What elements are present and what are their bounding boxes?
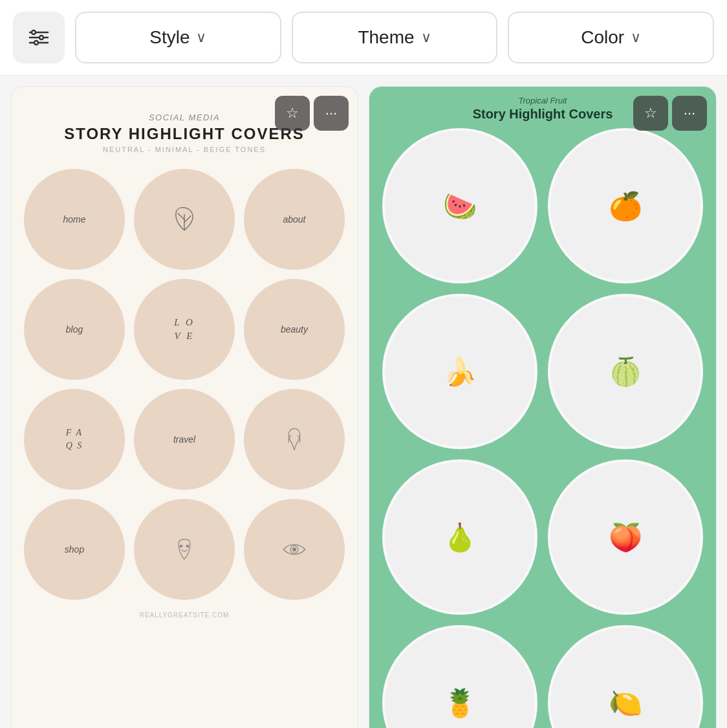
card-1-star-button[interactable]: ☆ <box>275 96 310 131</box>
circle-faqs: F AQ S <box>24 389 125 490</box>
card-2-actions: ☆ ··· <box>633 96 707 131</box>
circle-body <box>244 389 345 490</box>
card-1-description: NEUTRAL - MINIMAL - BEIGE TONES <box>103 146 266 153</box>
card-1-content: Social Media STORY HIGHLIGHT COVERS NEUT… <box>11 87 358 670</box>
fruit-orange: 🍊 <box>548 128 703 283</box>
svg-point-7 <box>180 545 182 547</box>
fruit-banana: 🍌 <box>382 294 537 449</box>
fruit-dragonfruit: 🍈 <box>548 294 703 449</box>
card-1-subtitle: Social Media <box>149 113 220 122</box>
circle-home: home <box>24 169 125 270</box>
fruit-lemon: 🍋 <box>548 625 703 728</box>
color-chevron-icon: ∨ <box>631 29 641 46</box>
more-icon: ··· <box>684 105 695 122</box>
circle-beauty: beauty <box>244 279 345 380</box>
svg-point-10 <box>293 548 296 551</box>
color-filter-button[interactable]: Color ∨ <box>508 12 714 63</box>
fruit-peach: 🍑 <box>548 459 703 615</box>
style-filter-button[interactable]: Style ∨ <box>75 12 281 63</box>
theme-filter-button[interactable]: Theme ∨ <box>292 12 498 63</box>
circle-face <box>134 499 235 600</box>
svg-point-8 <box>186 545 188 547</box>
color-label: Color <box>581 27 624 48</box>
card-1-actions: ☆ ··· <box>275 96 349 131</box>
svg-point-4 <box>39 36 43 39</box>
card-1-more-button[interactable]: ··· <box>314 96 349 131</box>
circle-about: about <box>244 169 345 270</box>
card-neutral-highlights: ☆ ··· Social Media STORY HIGHLIGHT COVER… <box>10 86 358 728</box>
star-icon: ☆ <box>644 105 657 122</box>
filter-bar: Style ∨ Theme ∨ Color ∨ <box>0 0 727 76</box>
fruit-watermelon: 🍉 <box>382 128 537 283</box>
card-2-more-button[interactable]: ··· <box>672 96 707 131</box>
svg-point-3 <box>32 30 36 34</box>
theme-chevron-icon: ∨ <box>421 29 431 46</box>
card-1-footer: REALLYGREATSITE.COM <box>140 612 230 619</box>
star-icon: ☆ <box>286 105 299 122</box>
highlight-circles-grid: home about blog <box>24 169 345 600</box>
theme-label: Theme <box>358 27 414 48</box>
filter-icon-button[interactable] <box>13 12 65 63</box>
circle-travel: travel <box>134 389 235 490</box>
circle-shop: shop <box>24 499 125 600</box>
card-2-star-button[interactable]: ☆ <box>633 96 668 131</box>
card-1-title: STORY HIGHLIGHT COVERS <box>64 125 305 143</box>
card-tropical-highlights: ☆ ··· Tropical Fruit Story Highlight Cov… <box>369 86 717 728</box>
fruit-circles-grid: 🍉 🍊 🍌 🍈 🍐 🍑 🍍 🍋 <box>369 128 716 728</box>
circle-eye <box>244 499 345 600</box>
circle-leaf <box>134 169 235 270</box>
style-label: Style <box>149 27 190 48</box>
svg-point-5 <box>34 41 38 45</box>
fruit-pear: 🍐 <box>382 459 537 615</box>
circle-blog: blog <box>24 279 125 380</box>
cards-grid: ☆ ··· Social Media STORY HIGHLIGHT COVER… <box>0 76 727 728</box>
circle-love: L OV E <box>134 279 235 380</box>
more-icon: ··· <box>325 105 337 122</box>
fruit-pineapple: 🍍 <box>382 625 537 728</box>
style-chevron-icon: ∨ <box>196 29 206 46</box>
